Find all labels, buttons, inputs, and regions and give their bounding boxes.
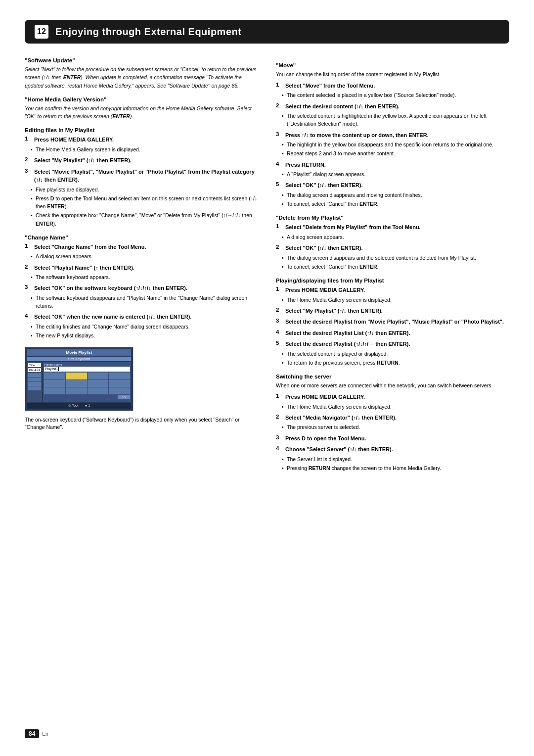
step-item: 1 Press HOME MEDIA GALLERY. The Home Med… <box>276 393 509 411</box>
step-number: 3 <box>276 131 283 137</box>
key-cell <box>109 373 130 379</box>
hmg-version-title: "Home Media Gallery Version" <box>25 96 258 102</box>
step-text: Press HOME MEDIA GALLERY. <box>285 393 365 401</box>
step-bullets: The software keyboard disappears and "Pl… <box>25 294 258 310</box>
key-cell <box>109 380 130 387</box>
bullet-item: The Home Media Gallery screen is display… <box>282 296 509 304</box>
bullet-item: The highlight in the yellow box disappea… <box>282 141 509 148</box>
key-cell <box>66 387 87 394</box>
step-bullets: Five playlists are displayed. Press D to… <box>25 186 258 228</box>
key-cell <box>88 380 109 387</box>
step-text: Select "Delete from My Playlist" from th… <box>285 223 421 232</box>
step-number: 2 <box>276 102 283 108</box>
step-item: 1 Press HOME MEDIA GALLERY. The Home Med… <box>276 286 509 304</box>
step-item: 4 Select "OK" when the new name is enter… <box>25 313 258 339</box>
step-bullets: A dialog screen appears. <box>25 252 258 260</box>
change-name-steps: 1 Select "Change Name" from the Tool Men… <box>25 243 258 340</box>
step-text: Select "My Playlist" (↑/↓ then ENTER). <box>34 156 132 165</box>
step-text: Press ↑/↓ to move the content up or down… <box>285 131 429 140</box>
step-text: Select "My Playlist" (↑/↓ then ENTER). <box>285 307 383 315</box>
step-bullets: The Home Media Gallery screen is display… <box>25 145 258 153</box>
step-item: 4 Press RETURN. A "Playlist" dialog scre… <box>276 161 509 179</box>
step-text: Select "Playlist Name" (↑ then ENTER). <box>34 264 134 272</box>
step-bullets: The content selected is placed in a yell… <box>276 91 509 99</box>
step-item: 4 Select the desired Playlist List (↑/↓ … <box>276 329 509 337</box>
chapter-number: 12 <box>35 25 48 39</box>
bullet-item: To cancel, select "Cancel" then ENTER. <box>282 200 509 208</box>
change-name-section: "Change Name" 1 Select "Change Name" fro… <box>25 235 258 340</box>
step-text: Select "Movie Playlist", "Music Playlist… <box>34 168 258 184</box>
step-number: 4 <box>25 313 32 319</box>
right-column: "Move" You can change the listing order … <box>276 57 509 479</box>
editing-files-section: Editing files in My Playlist 1 Press HOM… <box>25 127 258 228</box>
step-item: 2 Select "Media Navigator" (↑/↓ then ENT… <box>276 414 509 431</box>
left-column: "Software Update" Select "Next" to follo… <box>25 57 258 479</box>
key-cell <box>88 373 109 379</box>
step-item: 4 Choose "Select Server" (↑/↓ then ENTER… <box>276 445 509 472</box>
sidebar-label: Playlist1 <box>28 368 41 372</box>
two-column-layout: "Software Update" Select "Next" to follo… <box>25 57 509 479</box>
key-cell <box>44 380 65 387</box>
screen-main: Playlist Name Playlist1 <box>43 362 131 402</box>
step-item: 5 Select "OK" (↑/↓ then ENTER). The dial… <box>276 181 509 208</box>
step-item: 2 Select "Playlist Name" (↑ then ENTER).… <box>25 264 258 282</box>
bullet-item: To return to the previous screen, press … <box>282 359 509 367</box>
step-number: 4 <box>276 445 283 451</box>
bullet-item: Pressing RETURN changes the screen to th… <box>282 464 509 472</box>
step-number: 4 <box>276 329 283 335</box>
step-number: 3 <box>276 318 283 324</box>
page: 12 Enjoying through External Equipment "… <box>0 0 534 756</box>
step-number: 2 <box>25 156 32 162</box>
hmg-version-body: You can confirm the version and copyrigh… <box>25 104 258 121</box>
step-bullets: The editing finishes and "Change Name" d… <box>25 323 258 340</box>
playlist-screenshot: Movie Playlist Soft Keyboard Title Playl… <box>25 347 134 411</box>
bullet-item: The dialog screen disappears and moving … <box>282 191 509 199</box>
bullet-item: The selected content is highlighted in t… <box>282 112 509 128</box>
step-item: 2 Select "My Playlist" (↑/↓ then ENTER). <box>276 307 509 315</box>
step-text: Select "OK" (↑/↓ then ENTER). <box>285 244 363 252</box>
step-number: 2 <box>276 244 283 250</box>
screen-sidebar: Title Playlist1 <box>27 362 42 402</box>
step-text: Select the desired Playlist List (↑/↓ th… <box>285 329 410 337</box>
chapter-title: Enjoying through External Equipment <box>55 26 241 38</box>
page-lang: En <box>42 731 48 737</box>
step-item: 3 Press ↑/↓ to move the content up or do… <box>276 131 509 158</box>
key-cell <box>88 387 109 394</box>
step-text: Select "OK" (↑/↓ then ENTER). <box>285 181 363 189</box>
step-item: 5 Select the desired Playlist (↑/↓/↑/→ t… <box>276 340 509 367</box>
step-bullets: The selected content is highlighted in t… <box>276 112 509 128</box>
software-update-body: Select "Next" to follow the procedure on… <box>25 65 258 90</box>
step-text: Select "OK" on the software keyboard (↑/… <box>34 284 187 292</box>
step-bullets: The highlight in the yellow box disappea… <box>276 141 509 158</box>
step-item: 2 Select "My Playlist" (↑/↓ then ENTER). <box>25 156 258 165</box>
step-item: 3 Select the desired Playlist from "Movi… <box>276 318 509 326</box>
step-number: 1 <box>276 82 283 88</box>
step-bullets: The Server List is displayed. Pressing R… <box>276 455 509 472</box>
playlist-name-input: Playlist1 <box>44 367 130 372</box>
step-number: 1 <box>25 243 32 249</box>
playing-files-title: Playing/displaying files from My Playlis… <box>276 278 509 284</box>
step-bullets: A "Playlist" dialog screen appears. <box>276 170 509 178</box>
bullet-item: The selected content is played or displa… <box>282 350 509 358</box>
step-text: Select "Change Name" from the Tool Menu. <box>34 243 146 251</box>
step-bullets: The Home Media Gallery screen is display… <box>276 403 509 411</box>
sidebar-label: Title <box>28 363 41 367</box>
step-text: Select "Move" from the Tool Menu. <box>285 82 375 90</box>
step-number: 5 <box>276 340 283 346</box>
step-bullets: The selected content is played or displa… <box>276 350 509 367</box>
move-steps: 1 Select "Move" from the Tool Menu. The … <box>276 82 509 208</box>
step-text: Press RETURN. <box>285 161 326 169</box>
step-text: Press HOME MEDIA GALLERY. <box>34 136 114 144</box>
screen-sub-bar: Soft Keyboard <box>27 357 131 361</box>
step-number: 1 <box>25 136 32 142</box>
step-item: 3 Select "Movie Playlist", "Music Playli… <box>25 168 258 228</box>
step-text: Press D to open the Tool Menu. <box>285 434 366 443</box>
delete-title: "Delete from My Playlist" <box>276 215 509 221</box>
change-name-title: "Change Name" <box>25 235 258 240</box>
step-bullets: A dialog screen appears. <box>276 233 509 241</box>
software-update-title: "Software Update" <box>25 57 258 63</box>
step-item: 1 Select "Change Name" from the Tool Men… <box>25 243 258 261</box>
screen-bottom-bar: ⊙ Tool ■ 1 <box>27 403 131 409</box>
playing-files-steps: 1 Press HOME MEDIA GALLERY. The Home Med… <box>276 286 509 367</box>
bullet-item: The dialog screen disappears and the sel… <box>282 254 509 262</box>
